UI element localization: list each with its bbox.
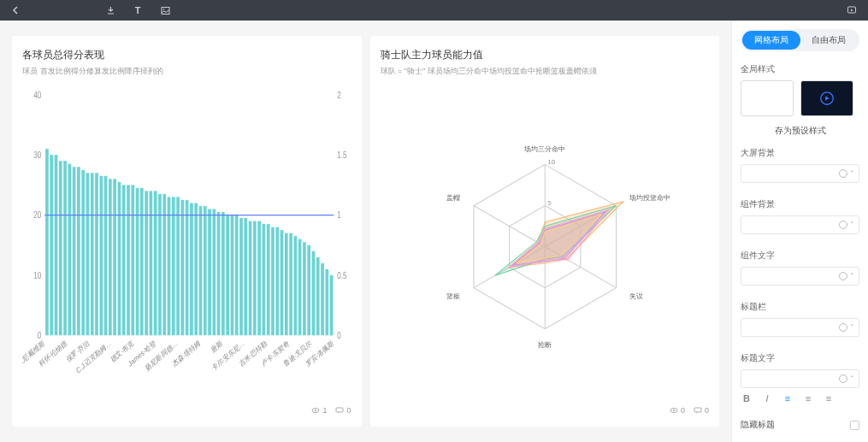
- main: 各球员总得分表现 球员 首发比例得分修算发比例降序排列的 01020304000…: [0, 21, 868, 442]
- svg-rect-24: [95, 173, 98, 335]
- panel-subtitle: 球队 = "骑士" 球员场均三分命中场均投篮命中抢断篮板盖帽依须: [381, 66, 710, 77]
- svg-rect-67: [289, 233, 292, 336]
- svg-rect-19: [73, 167, 76, 335]
- svg-rect-41: [172, 197, 175, 335]
- svg-text:场均投篮命中: 场均投篮命中: [629, 194, 670, 202]
- align-right-icon[interactable]: ≡: [823, 393, 835, 404]
- style-sidebar: 网格布局 自由布局 全局样式 存为预设样式 大屏背景 ˇ 组件背景 ˇ 组件文字…: [731, 21, 868, 442]
- bar-chart-panel[interactable]: 各球员总得分表现 球员 首发比例得分修算发比例降序排列的 01020304000…: [12, 36, 362, 427]
- svg-rect-33: [136, 188, 139, 335]
- prop-comp-text-select[interactable]: ˇ: [741, 267, 859, 286]
- svg-rect-65: [280, 230, 284, 335]
- svg-rect-18: [68, 164, 72, 336]
- svg-rect-55: [235, 215, 239, 336]
- svg-rect-32: [131, 185, 134, 335]
- svg-rect-14: [50, 155, 53, 335]
- svg-rect-68: [294, 236, 298, 335]
- image-icon[interactable]: [159, 4, 171, 16]
- align-center-icon[interactable]: ≡: [802, 393, 814, 404]
- svg-text:失误: 失误: [629, 292, 643, 300]
- svg-rect-27: [109, 179, 112, 335]
- tab-free-layout[interactable]: 自由布局: [800, 31, 859, 50]
- prop-comp-text-label: 组件文字: [741, 250, 859, 262]
- bar-chart: 01020304000.511.52安东尼·戴维斯科怀·伦纳德保罗·乔治C.J.…: [22, 84, 351, 401]
- svg-rect-16: [59, 161, 62, 335]
- hide-title-checkbox[interactable]: [850, 421, 859, 430]
- prop-comp-bg-select[interactable]: ˇ: [741, 215, 859, 234]
- panel-title: 各球员总得分表现: [22, 48, 351, 62]
- prop-title-text-select[interactable]: ˇ: [741, 369, 859, 388]
- svg-text:0: 0: [337, 331, 341, 340]
- svg-text:40: 40: [33, 91, 41, 100]
- svg-rect-47: [199, 206, 203, 335]
- panel-title: 骑士队主力球员能力值: [381, 48, 710, 62]
- svg-rect-61: [263, 224, 266, 335]
- svg-rect-26: [104, 176, 108, 335]
- radar-chart: 510场均三分命中场均投篮命中失误抢断篮板盖帽: [381, 84, 710, 401]
- svg-text:10: 10: [33, 271, 41, 280]
- svg-text:唐斯: 唐斯: [210, 339, 223, 354]
- tab-grid-layout[interactable]: 网格布局: [742, 31, 800, 50]
- svg-rect-94: [336, 408, 343, 412]
- svg-rect-73: [316, 257, 320, 335]
- svg-rect-37: [154, 191, 157, 335]
- svg-rect-58: [249, 221, 252, 336]
- italic-icon[interactable]: I: [761, 393, 773, 404]
- svg-rect-21: [81, 170, 85, 335]
- svg-rect-13: [45, 149, 49, 335]
- svg-rect-20: [77, 167, 80, 335]
- svg-rect-15: [55, 155, 58, 335]
- prop-screen-bg-label: 大屏背景: [741, 147, 859, 159]
- svg-text:盖帽: 盖帽: [446, 194, 460, 202]
- svg-text:10: 10: [547, 158, 555, 166]
- svg-rect-54: [231, 215, 234, 336]
- text-icon[interactable]: T: [132, 4, 144, 16]
- svg-rect-50: [212, 209, 216, 335]
- svg-rect-62: [267, 224, 270, 335]
- save-preset-button[interactable]: 存为预设样式: [741, 125, 859, 137]
- svg-rect-51: [217, 212, 221, 335]
- svg-rect-111: [694, 408, 701, 412]
- svg-rect-66: [285, 233, 288, 336]
- svg-rect-76: [330, 275, 334, 335]
- layout-tabs: 网格布局 自由布局: [741, 29, 859, 51]
- hide-title-row: 隐藏标题: [741, 419, 859, 431]
- bold-icon[interactable]: B: [741, 393, 753, 404]
- svg-text:1.5: 1.5: [337, 150, 346, 160]
- prop-comp-bg-label: 组件背景: [741, 198, 859, 210]
- svg-rect-31: [127, 185, 130, 335]
- svg-point-93: [315, 410, 316, 411]
- preview-icon[interactable]: [846, 4, 858, 16]
- svg-rect-42: [176, 197, 180, 335]
- svg-point-110: [673, 410, 675, 411]
- svg-rect-23: [91, 173, 94, 335]
- prop-title-text-label: 标题文字: [741, 352, 859, 364]
- panel-subtitle: 球员 首发比例得分修算发比例降序排列的: [22, 66, 351, 77]
- svg-text:20: 20: [33, 210, 41, 220]
- panel-footer: 1 0: [22, 406, 351, 415]
- radar-chart-panel[interactable]: 骑士队主力球员能力值 球队 = "骑士" 球员场均三分命中场均投篮命中抢断篮板盖…: [370, 36, 720, 427]
- svg-rect-75: [325, 269, 328, 335]
- svg-rect-28: [113, 179, 116, 335]
- theme-presets: [741, 80, 859, 116]
- svg-text:0.5: 0.5: [337, 271, 346, 280]
- prop-title-bar-select[interactable]: ˇ: [741, 318, 859, 337]
- topbar: T: [0, 0, 868, 21]
- svg-text:篮板: 篮板: [446, 292, 460, 300]
- import-icon[interactable]: [104, 4, 116, 16]
- svg-rect-56: [239, 218, 243, 335]
- align-left-icon[interactable]: ≡: [782, 393, 794, 404]
- svg-text:5: 5: [547, 199, 552, 207]
- panel-footer: 0 0: [381, 406, 710, 415]
- svg-rect-43: [181, 200, 185, 335]
- svg-rect-46: [194, 203, 198, 335]
- back-icon[interactable]: [10, 4, 22, 16]
- svg-rect-45: [190, 203, 193, 335]
- svg-rect-25: [99, 176, 103, 335]
- svg-rect-60: [257, 221, 261, 336]
- theme-dark[interactable]: [800, 80, 853, 116]
- theme-light[interactable]: [741, 80, 794, 116]
- svg-rect-70: [303, 242, 306, 335]
- prop-screen-bg-select[interactable]: ˇ: [741, 164, 859, 183]
- svg-rect-57: [244, 218, 247, 335]
